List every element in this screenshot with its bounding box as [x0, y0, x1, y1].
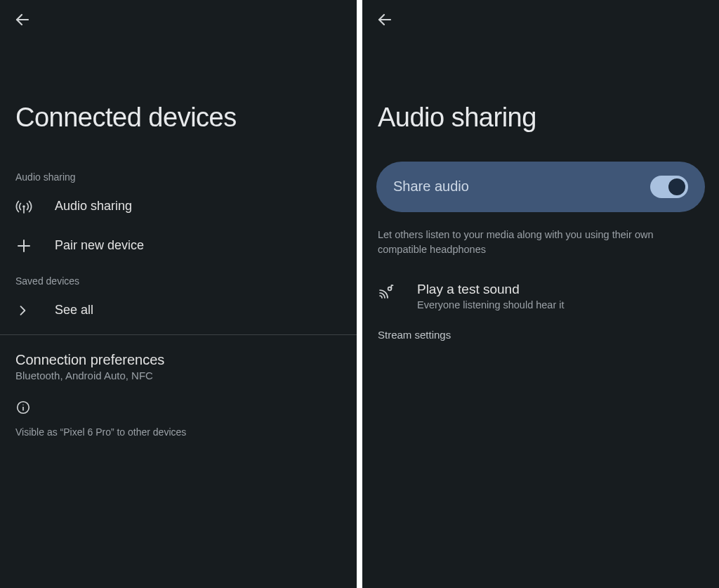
row-audio-sharing[interactable]: Audio sharing: [0, 187, 357, 226]
broadcast-icon: [15, 198, 55, 215]
row-connection-preferences[interactable]: Connection preferences Bluetooth, Androi…: [0, 335, 357, 394]
back-button[interactable]: [371, 6, 399, 34]
section-header-stream-settings: Stream settings: [362, 325, 719, 345]
section-header-saved-devices: Saved devices: [0, 266, 357, 291]
visibility-text: Visible as “Pixel 6 Pro” to other device…: [15, 425, 341, 440]
row-pair-new-device[interactable]: Pair new device: [0, 226, 357, 266]
row-label: Pair new device: [55, 238, 144, 253]
arrow-left-icon: [376, 11, 393, 28]
switch-thumb: [668, 178, 685, 195]
page-title: Connected devices: [0, 39, 357, 162]
screenshot-divider: [357, 0, 362, 588]
row-play-test-sound[interactable]: Play a test sound Everyone listening sho…: [362, 275, 719, 325]
audio-sharing-screen: Audio sharing Share audio Let others lis…: [362, 0, 719, 588]
section-header-audio-sharing: Audio sharing: [0, 162, 357, 187]
share-audio-toggle-card[interactable]: Share audio: [376, 162, 705, 212]
visibility-info: Visible as “Pixel 6 Pro” to other device…: [0, 394, 357, 447]
chevron-right-icon: [15, 303, 55, 318]
test-sound-subtitle: Everyone listening should hear it: [417, 299, 565, 311]
test-sound-title: Play a test sound: [417, 282, 565, 297]
row-see-all[interactable]: See all: [0, 291, 357, 330]
page-title: Audio sharing: [362, 39, 719, 162]
connected-devices-screen: Connected devices Audio sharing Audio sh…: [0, 0, 357, 588]
svg-point-7: [22, 404, 24, 405]
row-label: Audio sharing: [55, 199, 132, 214]
share-audio-label: Share audio: [393, 178, 469, 195]
topbar-right: [362, 0, 719, 39]
plus-icon: [15, 237, 55, 254]
info-icon: [15, 400, 31, 415]
topbar-left: [0, 0, 357, 39]
share-audio-help-text: Let others listen to your media along wi…: [362, 223, 719, 275]
back-button[interactable]: [8, 6, 37, 34]
share-audio-switch[interactable]: [650, 176, 688, 198]
connection-preferences-subtitle: Bluetooth, Android Auto, NFC: [0, 370, 357, 394]
arrow-left-icon: [14, 11, 31, 28]
row-label: See all: [55, 303, 93, 318]
cast-audio-icon: [378, 282, 417, 303]
connection-preferences-title: Connection preferences: [0, 335, 357, 370]
